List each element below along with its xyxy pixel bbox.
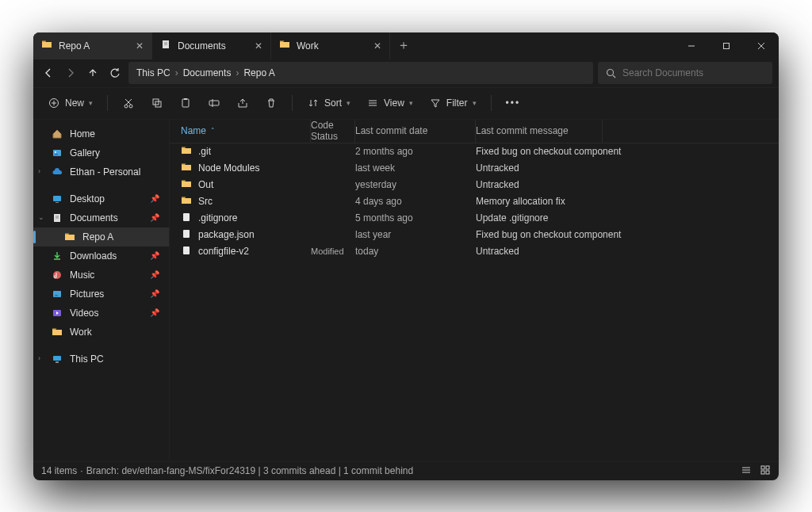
column-header-row: Name ˄ Code Status Last commit date Last… (170, 120, 779, 143)
status-item-count: 14 items (41, 465, 77, 476)
delete-button[interactable] (259, 94, 284, 113)
copy-button[interactable] (144, 94, 170, 113)
chevron-down-icon: ▾ (89, 99, 93, 107)
close-window-button[interactable] (744, 32, 779, 59)
filter-label: Filter (446, 97, 468, 109)
sidebar-item-videos[interactable]: Videos 📌 (33, 304, 169, 323)
view-button[interactable]: View ▾ (360, 94, 419, 113)
cell-last-commit-date: last year (355, 229, 476, 240)
table-row[interactable]: configfile-v2ModifiedtodayUntracked (170, 243, 779, 260)
column-header-code-status[interactable]: Code Status (311, 120, 355, 143)
cell-name: .gitignore (198, 212, 237, 224)
sort-button[interactable]: Sort ▾ (301, 94, 357, 113)
sidebar-item-desktop[interactable]: Desktop 📌 (33, 189, 169, 208)
status-branch: Branch: dev/ethan-fang-MS/fixFor24319 | … (86, 465, 413, 476)
more-button[interactable]: ••• (500, 94, 527, 112)
thumbnails-view-button[interactable] (760, 464, 771, 478)
column-header-last-commit-message[interactable]: Last commit message (476, 120, 603, 143)
svg-rect-44 (185, 248, 188, 249)
pin-icon: 📌 (150, 251, 159, 260)
cell-last-commit-message: Untracked (476, 246, 519, 257)
svg-rect-38 (185, 215, 188, 216)
cell-last-commit-message: Untracked (476, 179, 519, 190)
table-row[interactable]: package.jsonlast yearFixed bug on checko… (170, 227, 779, 243)
view-label: View (384, 97, 404, 109)
sidebar-item-work[interactable]: Work (33, 323, 169, 342)
table-row[interactable]: .git2 months agoFixed bug on checkout co… (170, 143, 779, 160)
crumb-repo-a[interactable]: Repo A (243, 67, 274, 78)
sidebar-item-onedrive[interactable]: › Ethan - Personal (33, 162, 169, 181)
tab-work[interactable]: Work✕ (271, 32, 390, 59)
maximize-button[interactable] (709, 32, 744, 59)
refresh-button[interactable] (109, 67, 121, 78)
cell-last-commit-date: last week (355, 162, 476, 174)
sidebar-item-downloads[interactable]: Downloads 📌 (33, 246, 169, 266)
table-row[interactable]: OutyesterdayUntracked (170, 177, 779, 193)
file-icon (181, 212, 192, 225)
pin-icon: 📌 (150, 270, 159, 279)
table-row[interactable]: Node Moduleslast weekUntracked (170, 160, 779, 177)
filter-icon (429, 97, 442, 109)
sidebar-item-home[interactable]: Home (33, 124, 169, 143)
cell-last-commit-date: 4 days ago (355, 196, 476, 207)
view-icon (366, 97, 379, 109)
chevron-right-icon[interactable]: › (38, 354, 40, 362)
details-view-button[interactable] (741, 464, 752, 478)
search-box[interactable] (598, 62, 772, 84)
close-tab-button[interactable]: ✕ (373, 40, 381, 52)
sidebar-item-label: Repo A (82, 231, 113, 243)
search-icon (606, 68, 616, 78)
minimize-button[interactable] (674, 32, 709, 59)
cut-button[interactable] (116, 94, 141, 113)
cell-last-commit-message: Memory allocation fix (476, 196, 565, 207)
status-bar: 14 items · Branch: dev/ethan-fang-MS/fix… (33, 461, 779, 480)
up-button[interactable] (87, 67, 98, 78)
tab-repo-a[interactable]: Repo A✕ (33, 32, 152, 59)
svg-line-8 (613, 75, 615, 78)
filter-button[interactable]: Filter ▾ (423, 94, 483, 113)
desktop-icon (51, 193, 63, 205)
paste-button[interactable] (173, 94, 198, 113)
gallery-icon (51, 147, 63, 159)
forward-button[interactable] (65, 67, 76, 78)
column-header-last-commit-date[interactable]: Last commit date (355, 120, 476, 143)
paste-icon (179, 97, 192, 109)
search-input[interactable] (622, 67, 764, 78)
tab-documents[interactable]: Documents✕ (152, 32, 271, 59)
cell-name: Node Modules (198, 162, 259, 174)
sidebar-item-repo-a[interactable]: Repo A (33, 227, 169, 246)
sidebar-item-documents[interactable]: ⌄ Documents 📌 (33, 208, 169, 227)
svg-point-13 (129, 105, 132, 108)
svg-point-26 (55, 151, 56, 153)
music-icon (51, 269, 63, 281)
crumb-this-pc[interactable]: This PC (136, 67, 170, 78)
sidebar-item-label: This PC (70, 353, 104, 365)
close-tab-button[interactable]: ✕ (136, 40, 144, 52)
back-button[interactable] (43, 67, 54, 78)
crumb-documents[interactable]: Documents (183, 67, 232, 78)
folder-icon (63, 231, 76, 243)
chevron-right-icon: › (236, 67, 239, 78)
sidebar-item-pictures[interactable]: Pictures 📌 (33, 285, 169, 304)
sidebar-item-label: Desktop (70, 193, 105, 204)
svg-rect-52 (766, 471, 769, 474)
rename-button[interactable] (201, 94, 227, 113)
new-button[interactable]: New ▾ (41, 94, 99, 113)
cell-last-commit-date: yesterday (355, 179, 476, 190)
close-tab-button[interactable]: ✕ (255, 40, 262, 52)
table-row[interactable]: .gitignore5 months agoUpdate .gitignore (170, 210, 779, 227)
sidebar-item-music[interactable]: Music 📌 (33, 266, 169, 285)
cell-last-commit-date: 5 months ago (355, 212, 476, 224)
table-row[interactable]: Src4 days agoMemory allocation fix (170, 193, 779, 210)
breadcrumb[interactable]: This PC › Documents › Repo A (128, 62, 593, 84)
cell-last-commit-message: Fixed bug on checkout component (476, 146, 621, 157)
new-tab-button[interactable]: ＋ (390, 32, 417, 59)
content-pane: Name ˄ Code Status Last commit date Last… (170, 120, 779, 461)
sidebar-item-this-pc[interactable]: › This PC (33, 350, 169, 369)
share-button[interactable] (230, 94, 255, 113)
chevron-right-icon[interactable]: › (38, 167, 40, 175)
chevron-down-icon[interactable]: ⌄ (38, 213, 44, 221)
column-header-name[interactable]: Name ˄ (181, 120, 311, 143)
sidebar-item-gallery[interactable]: Gallery (33, 143, 169, 162)
sidebar-item-label: Videos (70, 308, 98, 319)
